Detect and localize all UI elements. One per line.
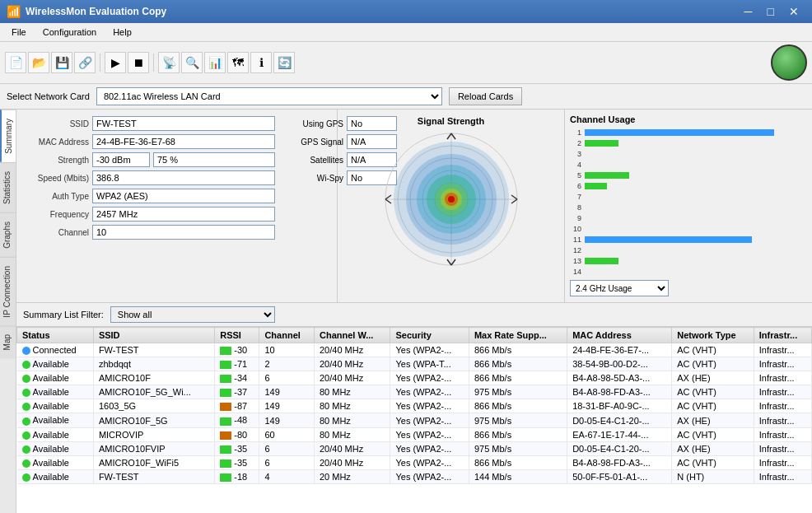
channel-bar <box>585 172 629 179</box>
table-container[interactable]: StatusSSIDRSSIChannelChannel W...Securit… <box>16 327 812 513</box>
rssi-bar <box>220 347 231 355</box>
radar-display <box>381 129 521 269</box>
channel-usage-select[interactable]: 2.4 GHz Usage <box>570 280 669 296</box>
status-dot <box>22 445 30 454</box>
table-column-header[interactable]: Security <box>390 328 469 343</box>
table-column-header[interactable]: Network Type <box>672 328 754 343</box>
table-row[interactable]: AvailableAMICRO10FVIP-35620/40 MHzYes (W… <box>17 441 812 455</box>
status-text: Available <box>33 472 69 482</box>
menu-configuration[interactable]: Configuration <box>35 25 105 40</box>
channel-bar-row: 6 <box>570 181 807 191</box>
menu-help[interactable]: Help <box>105 25 140 40</box>
tab-summary[interactable]: Summary <box>0 110 16 162</box>
toolbar-save[interactable]: 💾 <box>51 52 72 73</box>
toolbar-map[interactable]: 🗺 <box>227 52 249 73</box>
status-text: Available <box>33 430 69 440</box>
channel-bar-container <box>585 151 807 157</box>
table-cell-ssid: AMICRO10F_WiFi5 <box>93 455 214 469</box>
channel-number: 12 <box>570 246 581 254</box>
channel-bar-row: 11 <box>570 235 807 245</box>
toolbar-link[interactable]: 🔗 <box>74 52 96 73</box>
network-card-select[interactable]: 802.11ac Wireless LAN Card <box>96 87 442 105</box>
status-dot <box>22 361 30 369</box>
table-cell-mac-address: 18-31-BF-A0-9C-... <box>567 399 672 413</box>
table-column-header[interactable]: SSID <box>93 328 214 343</box>
tab-statistics[interactable]: Statistics <box>0 162 16 212</box>
table-column-header[interactable]: Status <box>17 328 94 343</box>
toolbar-separator-2 <box>153 54 154 72</box>
table-row[interactable]: Availablezhbdqqt-71220/40 MHzYes (WPA-T.… <box>17 357 812 371</box>
table-column-header[interactable]: Max Rate Supp... <box>469 328 567 343</box>
strength-pct <box>153 152 275 167</box>
top-panels: SSID MAC Address Strength <box>16 110 812 303</box>
table-cell-max-rate: 975 Mb/s <box>469 413 567 427</box>
status-dot <box>22 389 30 397</box>
table-cell-security: Yes (WPA-T... <box>390 357 469 371</box>
status-text: Available <box>33 444 69 454</box>
tab-map[interactable]: Map <box>0 325 16 358</box>
table-row[interactable]: ConnectedFW-TEST-301020/40 MHzYes (WPA2-… <box>17 343 812 357</box>
table-row[interactable]: AvailableAMICRO10F-34620/40 MHzYes (WPA2… <box>17 371 812 385</box>
table-cell-status: Available <box>17 441 94 455</box>
table-cell-security: Yes (WPA2-... <box>390 413 469 427</box>
minimize-button[interactable]: ─ <box>738 3 759 20</box>
table-cell-infrastructure: Infrastr... <box>754 343 811 357</box>
table-column-header[interactable]: Infrastr... <box>754 328 811 343</box>
toolbar-stop[interactable]: ⏹ <box>128 52 149 73</box>
table-column-header[interactable]: Channel W... <box>314 328 390 343</box>
channel-bars: 1234567891011121314 <box>570 128 807 277</box>
channel-number: 11 <box>570 236 581 244</box>
toolbar-info[interactable]: ℹ <box>250 52 272 73</box>
table-row[interactable]: AvailableMICROVIP-806080 MHzYes (WPA2-..… <box>17 427 812 441</box>
toolbar-new[interactable]: 📄 <box>5 52 26 73</box>
wispy-label: Wi-Spy <box>282 174 343 183</box>
toolbar-open[interactable]: 📂 <box>28 52 49 73</box>
reload-cards-button[interactable]: Reload Cards <box>449 87 522 105</box>
window-title: WirelessMon Evaluation Copy <box>26 6 166 17</box>
status-dot <box>22 431 30 440</box>
table-cell-ssid: AMICRO10F_5G <box>93 413 214 427</box>
table-row[interactable]: AvailableAMICRO10F_5G-4814980 MHzYes (WP… <box>17 413 812 427</box>
tab-ip-connection[interactable]: IP Connection <box>0 257 16 326</box>
table-cell-mac-address: 24-4B-FE-36-E7-... <box>567 343 672 357</box>
tab-graphs[interactable]: Graphs <box>0 212 16 257</box>
toolbar-play[interactable]: ▶ <box>105 52 126 73</box>
table-column-header[interactable]: RSSI <box>215 328 259 343</box>
toolbar-filter[interactable]: 🔍 <box>181 52 203 73</box>
table-cell-status: Available <box>17 455 94 469</box>
strength-dbm <box>92 152 150 167</box>
table-row[interactable]: AvailableAMICRO10F_5G_Wi...-3714980 MHzY… <box>17 385 812 399</box>
table-cell-mac-address: 50-0F-F5-01-A1-... <box>567 469 672 483</box>
table-cell-channel-width: 20/40 MHz <box>314 371 390 385</box>
channel-bar-row: 5 <box>570 170 807 180</box>
table-row[interactable]: AvailableFW-TEST-18420 MHzYes (WPA2-...1… <box>17 469 812 483</box>
network-card-label: Select Network Card <box>7 91 90 101</box>
maximize-button[interactable]: □ <box>761 3 781 20</box>
ssid-label: SSID <box>23 119 89 128</box>
channel-label: Channel <box>23 228 89 237</box>
channel-bar-row: 10 <box>570 224 807 234</box>
toolbar-scan[interactable]: 📡 <box>158 52 180 73</box>
mac-label: MAC Address <box>23 138 89 147</box>
filter-select[interactable]: Show all <box>110 306 275 323</box>
freq-label: Frequency <box>23 210 89 219</box>
table-cell-status: Available <box>17 413 94 427</box>
table-cell-infrastructure: Infrastr... <box>754 455 811 469</box>
table-cell-infrastructure: Infrastr... <box>754 385 811 399</box>
status-dot <box>22 375 30 383</box>
table-column-header[interactable]: Channel <box>259 328 315 343</box>
table-cell-channel-width: 20/40 MHz <box>314 343 390 357</box>
table-cell-channel: 6 <box>259 455 315 469</box>
close-button[interactable]: ✕ <box>782 3 805 20</box>
channel-bar-container <box>585 194 807 200</box>
table-column-header[interactable]: MAC Address <box>567 328 672 343</box>
table-cell-rssi: -48 <box>215 413 259 427</box>
toolbar-chart[interactable]: 📊 <box>204 52 226 73</box>
svg-line-10 <box>451 259 455 265</box>
table-cell-channel: 2 <box>259 357 315 371</box>
table-row[interactable]: Available1603_5G-8714980 MHzYes (WPA2-..… <box>17 399 812 413</box>
toolbar-refresh[interactable]: 🔄 <box>273 52 295 73</box>
table-cell-ssid: FW-TEST <box>93 469 214 483</box>
table-row[interactable]: AvailableAMICRO10F_WiFi5-35620/40 MHzYes… <box>17 455 812 469</box>
menu-file[interactable]: File <box>3 25 35 40</box>
